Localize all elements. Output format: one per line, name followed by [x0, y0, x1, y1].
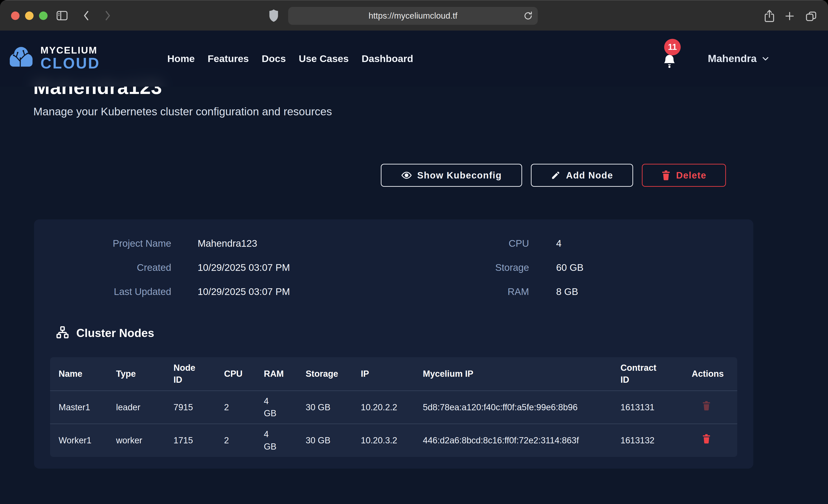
sidebar-toggle-icon[interactable]	[55, 10, 69, 22]
col-header-name: Name	[50, 364, 108, 384]
notification-count-badge: 11	[664, 39, 681, 55]
privacy-shield-icon[interactable]	[268, 7, 280, 24]
url-text: https://myceliumcloud.tf	[369, 11, 458, 21]
mycelium-cloud-logo-icon	[7, 44, 35, 72]
cluster-nodes-title: Cluster Nodes	[76, 327, 154, 340]
cell-node-id: 1715	[165, 430, 215, 451]
browser-window: https://myceliumcloud.tf	[0, 0, 828, 504]
created-value: 10/29/2025 03:07 PM	[198, 260, 290, 275]
cell-name: Master1	[50, 397, 108, 418]
cluster-details-card: Project Name Created Last Updated Mahend…	[34, 219, 753, 469]
cell-actions	[683, 429, 737, 451]
cluster-actions: Show Kubeconfig Add Node Delete	[381, 164, 726, 187]
col-header-ram: RAM	[255, 364, 297, 384]
storage-label: Storage	[466, 260, 529, 275]
cpu-label: CPU	[466, 237, 529, 251]
pencil-icon	[551, 170, 561, 180]
ram-value: 8 GB	[556, 285, 583, 299]
add-node-label: Add Node	[566, 170, 613, 180]
table-row: Worker1 worker 1715 2 4 GB 30 GB 10.20.3…	[50, 424, 737, 457]
last-updated-value: 10/29/2025 03:07 PM	[198, 285, 290, 299]
user-menu[interactable]: Mahendra	[708, 31, 770, 87]
cpu-value: 4	[556, 237, 583, 251]
created-label: Created	[34, 260, 171, 275]
share-icon[interactable]	[763, 9, 776, 23]
cluster-info-labels-right: CPU Storage RAM	[466, 237, 529, 299]
delete-node-button[interactable]	[702, 401, 711, 411]
notifications-button[interactable]: 11	[661, 37, 691, 74]
back-icon[interactable]	[81, 10, 92, 21]
site-navbar: MYCELIUM CLOUD Home Features Docs Use Ca…	[0, 31, 828, 87]
eye-icon	[401, 170, 412, 180]
close-window-button[interactable]	[11, 11, 19, 20]
cell-name: Worker1	[50, 430, 108, 451]
user-name: Mahendra	[708, 53, 757, 65]
nav-link-docs[interactable]: Docs	[262, 53, 286, 64]
cell-node-id: 7915	[165, 397, 215, 418]
col-header-node-id: Node ID	[165, 358, 215, 390]
forward-icon[interactable]	[102, 10, 113, 21]
col-header-cpu: CPU	[215, 364, 255, 384]
cell-ip: 10.20.2.2	[352, 397, 414, 418]
add-node-button[interactable]: Add Node	[531, 164, 633, 187]
cell-mycelium-ip: 446:d2a6:8bcd:8c16:ff0f:72e2:3114:863f	[414, 430, 612, 451]
trash-icon	[661, 170, 671, 180]
cell-contract-id: 1613131	[612, 397, 683, 418]
browser-chrome: https://myceliumcloud.tf	[0, 0, 828, 31]
nav-links: Home Features Docs Use Cases Dashboard	[167, 31, 413, 87]
ram-label: RAM	[466, 285, 529, 299]
page-subtitle: Manage your Kubernetes cluster configura…	[33, 105, 332, 118]
cell-type: leader	[108, 397, 165, 418]
delete-label: Delete	[676, 170, 706, 180]
project-name-label: Project Name	[34, 237, 171, 251]
table-row: Master1 leader 7915 2 4 GB 30 GB 10.20.2…	[50, 390, 737, 424]
nav-link-home[interactable]: Home	[167, 53, 195, 64]
nav-link-dashboard[interactable]: Dashboard	[362, 53, 413, 64]
show-kubeconfig-label: Show Kubeconfig	[417, 170, 502, 180]
cell-cpu: 2	[215, 397, 255, 418]
bell-icon	[662, 54, 676, 70]
new-tab-icon[interactable]	[784, 10, 796, 22]
cluster-nodes-heading: Cluster Nodes	[55, 326, 154, 340]
cluster-info-labels-left: Project Name Created Last Updated	[34, 237, 171, 299]
brand-text: MYCELIUM CLOUD	[40, 45, 100, 71]
cell-storage: 30 GB	[297, 430, 352, 451]
cell-cpu: 2	[215, 430, 255, 451]
cluster-info-values-right: 4 60 GB 8 GB	[556, 237, 583, 299]
reload-icon[interactable]	[523, 10, 534, 22]
delete-cluster-button[interactable]: Delete	[642, 164, 726, 187]
address-bar[interactable]: https://myceliumcloud.tf	[288, 7, 538, 25]
page-content: Mahendra123 Manage your Kubernetes clust…	[0, 31, 828, 504]
cell-contract-id: 1613132	[612, 430, 683, 451]
storage-value: 60 GB	[556, 260, 583, 275]
cell-type: worker	[108, 430, 165, 451]
show-kubeconfig-button[interactable]: Show Kubeconfig	[381, 164, 522, 187]
nav-link-features[interactable]: Features	[208, 53, 249, 64]
brand-logo[interactable]: MYCELIUM CLOUD	[7, 44, 100, 72]
table-header-row: Name Type Node ID CPU RAM Storage IP Myc…	[50, 357, 737, 390]
tab-overview-icon[interactable]	[805, 10, 818, 22]
chevron-down-icon	[761, 54, 770, 63]
cell-ram: 4 GB	[255, 391, 297, 424]
minimize-window-button[interactable]	[25, 11, 34, 20]
cell-ip: 10.20.3.2	[352, 430, 414, 451]
col-header-mycelium-ip: Mycelium IP	[414, 364, 612, 384]
cell-ram: 4 GB	[255, 424, 297, 457]
last-updated-label: Last Updated	[34, 285, 171, 299]
cell-storage: 30 GB	[297, 397, 352, 418]
trash-icon	[702, 401, 711, 411]
cell-mycelium-ip: 5d8:78ea:a120:f40c:ff0f:a5fe:99e6:8b96	[414, 397, 612, 418]
col-header-contract-id: Contract ID	[612, 358, 683, 390]
col-header-storage: Storage	[297, 364, 352, 384]
cell-actions	[683, 396, 737, 418]
nav-link-use-cases[interactable]: Use Cases	[299, 53, 349, 64]
project-name-value: Mahendra123	[198, 237, 290, 251]
col-header-ip: IP	[352, 364, 414, 384]
trash-icon	[702, 434, 711, 444]
delete-node-button[interactable]	[702, 434, 711, 444]
cluster-info-values-left: Mahendra123 10/29/2025 03:07 PM 10/29/20…	[198, 237, 290, 299]
zoom-window-button[interactable]	[39, 11, 48, 20]
brand-name-bottom: CLOUD	[40, 55, 100, 71]
col-header-type: Type	[108, 364, 165, 384]
brand-name-top: MYCELIUM	[40, 45, 100, 55]
